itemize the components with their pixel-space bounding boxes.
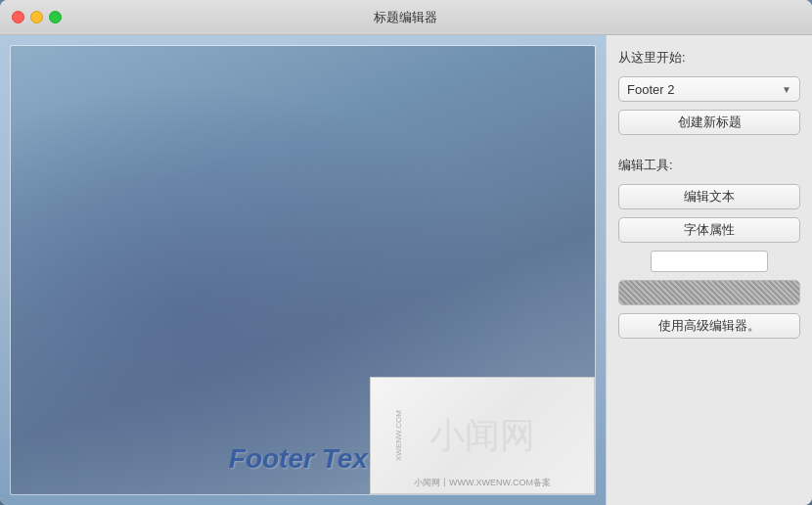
watermark-url: 小闻网丨WWW.XWENW.COM备案 [414, 477, 551, 489]
edit-text-button[interactable]: 编辑文本 [618, 184, 800, 209]
titlebar: 标题编辑器 [0, 0, 812, 35]
watermark-overlay: XWENW.COM 小闻网 小闻网丨WWW.XWENW.COM备案 [370, 377, 595, 494]
preview-inner: Footer Text XWENW.COM 小闻网 小闻网丨WWW.XWENW.… [10, 45, 596, 495]
main-content: Footer Text XWENW.COM 小闻网 小闻网丨WWW.XWENW.… [0, 35, 812, 505]
advanced-editor-button[interactable]: 使用高级编辑器。 [618, 313, 800, 339]
footer-dropdown[interactable]: Footer 2 ▼ [618, 76, 800, 102]
text-input-row [618, 251, 800, 272]
app-window: 标题编辑器 Footer Text XWENW.COM 小闻网 小闻网丨WWW.… [0, 0, 812, 505]
start-label: 从这里开始: [618, 49, 800, 67]
divider [618, 143, 800, 149]
preview-footer-text: Footer Text [229, 443, 377, 475]
preview-area: Footer Text XWENW.COM 小闻网 小闻网丨WWW.XWENW.… [0, 35, 607, 505]
chevron-down-icon: ▼ [782, 84, 791, 95]
font-properties-button[interactable]: 字体属性 [618, 217, 800, 243]
right-panel: 从这里开始: Footer 2 ▼ 创建新标题 编辑工具: 编辑文本 字体属性 [607, 35, 812, 505]
edit-label: 编辑工具: [618, 157, 800, 174]
window-title: 标题编辑器 [11, 9, 800, 26]
pattern-button[interactable] [618, 280, 800, 305]
watermark-side-text: XWENW.COM [394, 410, 403, 461]
text-input-field[interactable] [651, 251, 768, 272]
watermark-chinese-large: 小闻网 [429, 412, 535, 460]
create-new-title-button[interactable]: 创建新标题 [618, 110, 800, 135]
dropdown-value: Footer 2 [627, 82, 674, 97]
watermark-inner: XWENW.COM 小闻网 小闻网丨WWW.XWENW.COM备案 [371, 378, 594, 493]
